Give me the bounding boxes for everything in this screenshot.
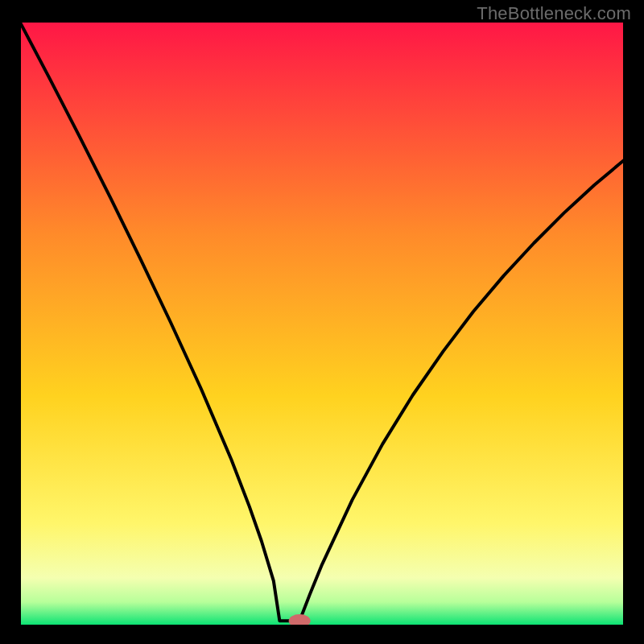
chart-stage: TheBottleneck.com — [0, 0, 644, 644]
background-gradient — [19, 21, 625, 626]
plot-frame — [19, 21, 625, 626]
plot-svg — [19, 21, 625, 626]
watermark-text: TheBottleneck.com — [477, 3, 631, 24]
